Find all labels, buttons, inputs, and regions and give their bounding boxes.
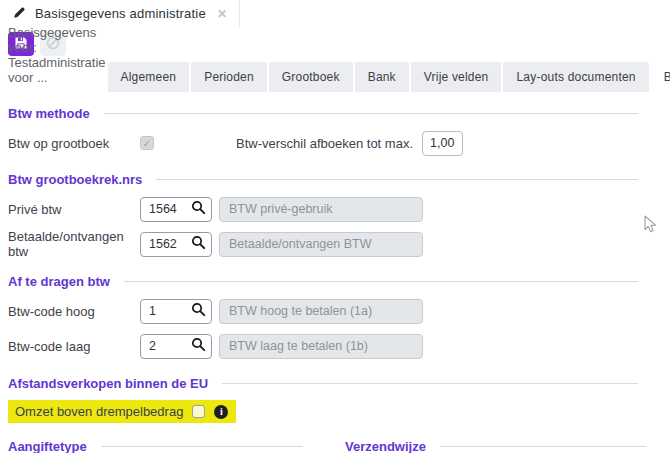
section-title: Btw methode xyxy=(8,106,90,121)
betaalde-btw-label: Betaalde/ontvangen btw xyxy=(8,229,140,259)
section-btw-grootboekrek: Btw grootboekrek.nrs xyxy=(8,172,662,187)
window-tab-bar: Basisgegevens administratie ✕ xyxy=(0,0,670,27)
content-area: Btw methode Btw op grootboek ✓ Btw-versc… xyxy=(0,106,670,453)
section-divider xyxy=(222,383,638,384)
search-icon[interactable] xyxy=(191,200,206,218)
code-value: 2 xyxy=(149,339,156,353)
section-title: Afstandsverkopen binnen de EU xyxy=(8,376,208,391)
btw-code-laag-input[interactable]: 2 xyxy=(140,334,212,359)
btw-code-hoog-label: Btw-code hoog xyxy=(8,304,140,319)
close-icon[interactable]: ✕ xyxy=(217,7,227,21)
window-tab-title: Basisgegevens administratie xyxy=(35,6,206,21)
btw-verschil-input[interactable]: 1,00 xyxy=(422,131,463,156)
page-title: Basisgegevens voor: Testadministratie vo… xyxy=(8,25,106,92)
betaalde-btw-code-input[interactable]: 1562 xyxy=(140,232,212,257)
section-divider xyxy=(440,446,646,447)
prive-btw-code-input[interactable]: 1564 xyxy=(140,197,212,222)
section-afstandsverkopen: Afstandsverkopen binnen de EU xyxy=(8,376,662,391)
tab-layouts-documenten[interactable]: Lay-outs documenten xyxy=(503,62,648,92)
search-icon[interactable] xyxy=(191,235,206,253)
code-value: 1562 xyxy=(149,237,177,251)
omzet-drempelbedrag-checkbox[interactable] xyxy=(192,405,205,418)
btw-verschil-label: Btw-verschil afboeken tot max. xyxy=(236,136,413,151)
row-btw-op-grootboek: Btw op grootboek ✓ Btw-verschil afboeken… xyxy=(8,130,662,156)
btw-code-hoog-input[interactable]: 1 xyxy=(140,299,212,324)
section-divider xyxy=(156,179,638,180)
section-title: Aangiftetype xyxy=(8,439,87,453)
btw-code-laag-description-field: BTW laag te betalen (1b) xyxy=(219,334,423,359)
search-icon[interactable] xyxy=(191,302,206,320)
bottom-columns: Aangiftetype Kalendermaand Kalenderkwart… xyxy=(8,425,662,453)
row-betaalde-btw: Betaalde/ontvangen btw 1562 Betaalde/ont… xyxy=(8,231,662,257)
search-icon[interactable] xyxy=(191,337,206,355)
section-aangiftetype: Aangiftetype xyxy=(8,439,345,453)
betaalde-btw-description-field: Betaalde/ontvangen BTW xyxy=(219,232,423,257)
tab-bank[interactable]: Bank xyxy=(355,62,409,92)
section-title: Af te dragen btw xyxy=(8,274,110,289)
code-value: 1564 xyxy=(149,202,177,216)
btw-code-hoog-description-field: BTW hoog te betalen (1a) xyxy=(219,299,423,324)
verzendwijze-column: Verzendwijze Verzorgd door belastingplic… xyxy=(345,425,662,453)
tab-vrije-velden[interactable]: Vrije velden xyxy=(411,62,502,92)
section-btw-methode: Btw methode xyxy=(8,106,662,121)
tab-algemeen[interactable]: Algemeen xyxy=(108,62,190,92)
code-value: 1 xyxy=(149,304,156,318)
btw-code-laag-label: Btw-code laag xyxy=(8,339,140,354)
section-divider xyxy=(101,446,303,447)
tab-grootboek[interactable]: Grootboek xyxy=(269,62,353,92)
section-divider xyxy=(104,113,638,114)
btw-op-grootboek-label: Btw op grootboek xyxy=(8,136,140,151)
page-tabs: Algemeen Perioden Grootboek Bank Vrije v… xyxy=(106,62,670,92)
row-btw-code-hoog: Btw-code hoog 1 BTW hoog te betalen (1a) xyxy=(8,298,662,324)
section-title: Verzendwijze xyxy=(345,439,426,453)
section-af-te-dragen: Af te dragen btw xyxy=(8,274,662,289)
prive-btw-label: Privé btw xyxy=(8,202,140,217)
row-prive-btw: Privé btw 1564 BTW privé-gebruik xyxy=(8,196,662,222)
prive-btw-description-field: BTW privé-gebruik xyxy=(219,197,423,222)
pencil-icon xyxy=(13,6,26,22)
header-row: Basisgegevens voor: Testadministratie vo… xyxy=(0,62,670,92)
tab-btw[interactable]: Btw xyxy=(651,62,670,92)
omzet-drempelbedrag-highlight: Omzet boven drempelbedrag i xyxy=(8,400,236,423)
section-divider xyxy=(124,281,638,282)
section-title: Btw grootboekrek.nrs xyxy=(8,172,142,187)
section-verzendwijze: Verzendwijze xyxy=(345,439,662,453)
tab-perioden[interactable]: Perioden xyxy=(191,62,267,92)
info-icon[interactable]: i xyxy=(214,405,228,419)
window-tab-basisgegevens[interactable]: Basisgegevens administratie ✕ xyxy=(0,0,240,27)
aangiftetype-column: Aangiftetype Kalendermaand Kalenderkwart… xyxy=(8,425,345,453)
btw-op-grootboek-checkbox: ✓ xyxy=(140,136,154,150)
row-btw-code-laag: Btw-code laag 2 BTW laag te betalen (1b) xyxy=(8,333,662,359)
omzet-drempelbedrag-label: Omzet boven drempelbedrag xyxy=(10,404,183,419)
